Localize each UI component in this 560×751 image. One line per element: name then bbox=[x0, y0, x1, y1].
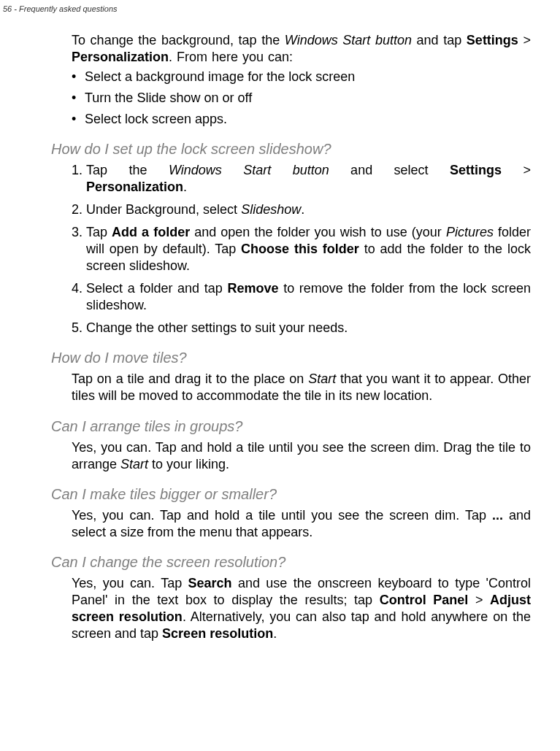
section-body: Yes, you can. Tap Search and use the ons… bbox=[72, 575, 531, 642]
step-item: Under Background, select Slideshow. bbox=[72, 201, 531, 218]
bullet-item: Select a background image for the lock s… bbox=[72, 69, 531, 85]
slideshow-steps: Tap the Windows Start button and select … bbox=[72, 162, 531, 336]
step-item: Change the other settings to suit your n… bbox=[72, 320, 531, 336]
step-item: Tap the Windows Start button and select … bbox=[72, 162, 531, 196]
bullet-item: Turn the Slide show on or off bbox=[72, 90, 531, 107]
section-heading: Can I arrange tiles in groups? bbox=[51, 418, 531, 435]
section-body: Yes, you can. Tap and hold a tile until … bbox=[72, 439, 531, 473]
section-heading: How do I move tiles? bbox=[51, 350, 531, 366]
step-item: Select a folder and tap Remove to remove… bbox=[72, 280, 531, 314]
intro-paragraph: To change the background, tap the Window… bbox=[72, 32, 531, 66]
section-body: Tap on a tile and drag it to the place o… bbox=[72, 371, 531, 404]
section-heading: Can I make tiles bigger or smaller? bbox=[51, 486, 531, 503]
bullet-item: Select lock screen apps. bbox=[72, 111, 531, 128]
section-heading: How do I set up the lock screen slidesho… bbox=[51, 141, 531, 158]
section-body: Yes, you can. Tap and hold a tile until … bbox=[72, 507, 531, 541]
section-heading: Can I change the screen resolution? bbox=[51, 554, 531, 571]
step-item: Tap Add a folder and open the folder you… bbox=[72, 224, 531, 274]
page-header: 56 - Frequently asked questions bbox=[0, 0, 560, 13]
intro-bullets: Select a background image for the lock s… bbox=[72, 69, 531, 128]
page-content: To change the background, tap the Window… bbox=[0, 13, 560, 642]
